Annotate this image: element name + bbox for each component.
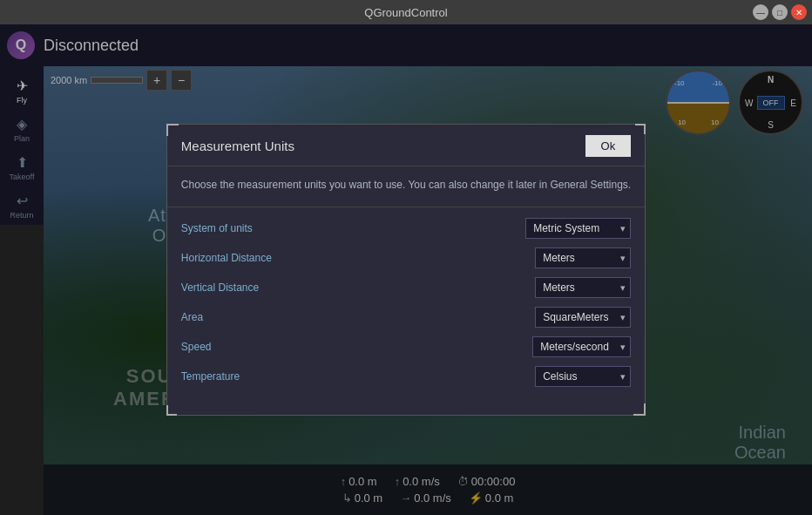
form-label-5: Temperature bbox=[181, 370, 286, 383]
form-label-1: Horizontal Distance bbox=[181, 252, 286, 264]
dialog-form: System of unitsMetric SystemImperial Sys… bbox=[167, 207, 645, 397]
form-label-3: Area bbox=[181, 311, 286, 323]
dialog-overlay: Measurement Units Ok Choose the measurem… bbox=[0, 24, 812, 515]
app-title: QGroundControl bbox=[364, 6, 447, 19]
form-label-0: System of units bbox=[181, 222, 286, 234]
form-label-4: Speed bbox=[181, 341, 286, 353]
form-label-2: Vertical Distance bbox=[181, 281, 286, 294]
select-wrapper-4: Meters/secondFeet/secondmphkm/h bbox=[532, 336, 631, 357]
select-vertical-distance[interactable]: MetersFeet bbox=[535, 277, 631, 298]
maximize-button[interactable]: □ bbox=[772, 4, 788, 20]
dialog-header: Measurement Units Ok bbox=[167, 125, 645, 166]
select-temperature[interactable]: CelsiusFahrenheit bbox=[535, 366, 631, 387]
dialog-title: Measurement Units bbox=[181, 139, 294, 153]
select-wrapper-5: CelsiusFahrenheit bbox=[535, 366, 631, 387]
select-wrapper-0: Metric SystemImperial System bbox=[525, 218, 631, 239]
form-row-0: System of unitsMetric SystemImperial Sys… bbox=[181, 218, 631, 239]
dialog-description: Choose the measurement units you want to… bbox=[167, 166, 645, 207]
select-system-of-units[interactable]: Metric SystemImperial System bbox=[525, 218, 631, 239]
select-area[interactable]: SquareMetersSquareFeet bbox=[535, 307, 631, 328]
measurement-units-dialog: Measurement Units Ok Choose the measurem… bbox=[166, 124, 646, 416]
select-wrapper-2: MetersFeet bbox=[535, 277, 631, 298]
form-row-5: TemperatureCelsiusFahrenheit bbox=[181, 366, 631, 387]
select-wrapper-1: MetersFeet bbox=[535, 247, 631, 268]
form-row-3: AreaSquareMetersSquareFeet bbox=[181, 307, 631, 328]
corner-bl bbox=[166, 405, 177, 416]
minimize-button[interactable]: — bbox=[753, 4, 768, 20]
form-row-2: Vertical DistanceMetersFeet bbox=[181, 277, 631, 298]
select-horizontal-distance[interactable]: MetersFeet bbox=[535, 247, 631, 268]
select-speed[interactable]: Meters/secondFeet/secondmphkm/h bbox=[532, 336, 631, 357]
dialog-ok-button[interactable]: Ok bbox=[585, 135, 632, 157]
main-content: Q Disconnected ✈ Fly ◈ Plan ⬆ Takeoff ↩ … bbox=[0, 24, 812, 515]
form-row-4: SpeedMeters/secondFeet/secondmphkm/h bbox=[181, 336, 631, 357]
corner-tr bbox=[635, 124, 646, 134]
select-wrapper-3: SquareMetersSquareFeet bbox=[535, 307, 631, 328]
close-button[interactable]: ✕ bbox=[791, 4, 807, 20]
window-controls: — □ ✕ bbox=[753, 4, 807, 20]
form-row-1: Horizontal DistanceMetersFeet bbox=[181, 247, 631, 268]
titlebar: QGroundControl — □ ✕ bbox=[0, 0, 812, 24]
